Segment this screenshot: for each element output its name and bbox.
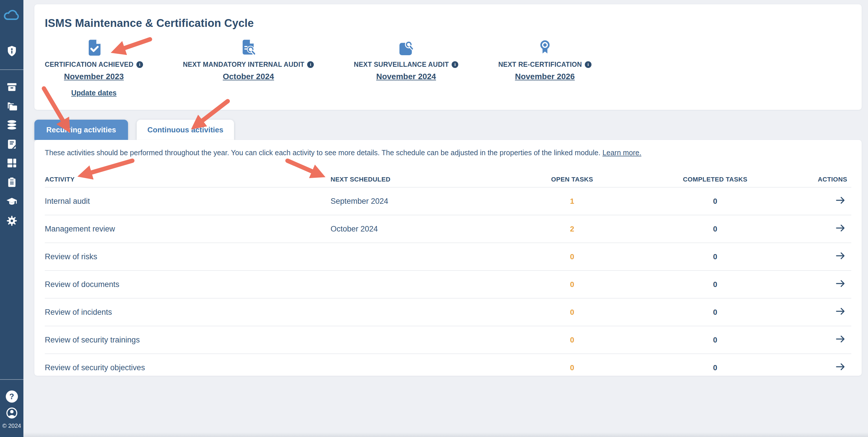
info-icon[interactable]: i: [585, 61, 591, 68]
right-arrow-icon: [836, 196, 845, 205]
completed-tasks-count: 0: [623, 280, 808, 289]
right-arrow-icon: [836, 224, 845, 232]
page-title: ISMS Maintenance & Certification Cycle: [45, 17, 851, 29]
info-icon[interactable]: i: [136, 61, 143, 68]
open-tasks-count: 0: [522, 252, 623, 261]
activity-name[interactable]: Management review: [45, 225, 331, 233]
table-row[interactable]: Review of security trainings 0 0: [45, 326, 851, 353]
table-row[interactable]: Review of security objectives 0 0: [45, 353, 851, 381]
data-stack-icon: [6, 119, 18, 132]
row-action-arrow-button[interactable]: [834, 251, 847, 261]
copyright-text: © 2024: [0, 423, 23, 429]
milestone-date-link[interactable]: November 2024: [376, 72, 436, 81]
milestone-date-link[interactable]: October 2024: [223, 72, 274, 81]
sidebar-item-data[interactable]: [0, 119, 23, 132]
table-row[interactable]: Review of documents 0 0: [45, 270, 851, 298]
table-row[interactable]: Management review October 2024 2 0: [45, 215, 851, 243]
table-body: Internal audit September 2024 1 0 Manage…: [45, 187, 851, 381]
sidebar-item-help[interactable]: ?: [0, 391, 23, 403]
right-arrow-icon: [836, 335, 845, 343]
update-dates-link[interactable]: Update dates: [71, 89, 117, 97]
col-header-completed-tasks: COMPLETED TASKS: [623, 176, 808, 183]
activity-name[interactable]: Review of security objectives: [45, 363, 331, 372]
completed-tasks-count: 0: [623, 197, 808, 206]
right-arrow-icon: [836, 307, 845, 316]
certification-cycle-card: ISMS Maintenance & Certification Cycle C…: [34, 4, 862, 110]
tab-continuous-activities[interactable]: Continuous activities: [137, 120, 234, 140]
row-action-arrow-button[interactable]: [834, 279, 847, 289]
sidebar-item-dashboard[interactable]: [0, 157, 23, 170]
activity-name[interactable]: Review of security trainings: [45, 336, 331, 345]
open-tasks-count: 0: [522, 280, 623, 289]
open-tasks-count: 2: [522, 225, 623, 233]
row-action-arrow-button[interactable]: [834, 307, 847, 316]
dashboard-grid-icon: [6, 157, 18, 170]
milestone-label: NEXT MANDATORY INTERNAL AUDIT: [183, 61, 305, 68]
learn-more-link[interactable]: Learn more.: [602, 149, 642, 157]
milestone-re-certification: NEXT RE-CERTIFICATION i November 2026: [498, 38, 591, 81]
milestone-label: CERTIFICATION ACHIEVED: [45, 61, 133, 68]
journal-icon: [6, 138, 18, 151]
right-arrow-icon: [836, 251, 845, 260]
row-action-arrow-button[interactable]: [834, 335, 847, 344]
folder-search-icon: [399, 38, 413, 56]
milestone-label: NEXT RE-CERTIFICATION: [498, 61, 582, 68]
activity-name[interactable]: Review of risks: [45, 252, 331, 261]
table-row[interactable]: Review of incidents 0 0: [45, 298, 851, 326]
milestone-date-link[interactable]: November 2023: [64, 72, 124, 81]
folders-icon: [6, 100, 18, 113]
col-header-next-scheduled: NEXT SCHEDULED: [331, 176, 522, 183]
col-header-activity: ACTIVITY: [45, 176, 331, 183]
completed-tasks-count: 0: [623, 225, 808, 233]
sidebar-item-security[interactable]: [0, 45, 23, 58]
sidebar: ? © 2024: [0, 0, 23, 437]
shield-info-icon: [6, 45, 18, 58]
recurring-activities-panel: These activities should be performed thr…: [34, 140, 862, 376]
open-tasks-count: 1: [522, 197, 623, 206]
milestone-surveillance-audit: NEXT SURVEILLANCE AUDIT i November 2024: [354, 38, 458, 81]
open-tasks-count: 0: [522, 308, 623, 317]
col-header-actions: ACTIONS: [808, 176, 851, 183]
app-logo[interactable]: [0, 8, 23, 23]
table-header-row: ACTIVITY NEXT SCHEDULED OPEN TASKS COMPL…: [45, 172, 851, 187]
row-action-arrow-button[interactable]: [834, 224, 847, 233]
row-action-arrow-button[interactable]: [834, 196, 847, 206]
table-row[interactable]: Internal audit September 2024 1 0: [45, 187, 851, 215]
gear-icon: [6, 215, 18, 228]
right-arrow-icon: [836, 279, 845, 288]
open-tasks-count: 0: [522, 336, 623, 345]
row-action-arrow-button[interactable]: [834, 363, 847, 372]
clipboard-icon: [6, 177, 18, 189]
table-row[interactable]: Review of risks 0 0: [45, 243, 851, 270]
sidebar-item-training[interactable]: [0, 196, 23, 208]
sidebar-item-settings[interactable]: [0, 215, 23, 228]
completed-tasks-count: 0: [623, 252, 808, 261]
milestone-certification-achieved: CERTIFICATION ACHIEVED i November 2023 U…: [45, 38, 143, 97]
milestone-label: NEXT SURVEILLANCE AUDIT: [354, 61, 449, 68]
storage-box-icon: [6, 81, 18, 94]
bottom-shadow: [23, 432, 868, 437]
col-header-open-tasks: OPEN TASKS: [522, 176, 623, 183]
cloud-logo-icon: [3, 8, 21, 23]
sidebar-item-journal[interactable]: [0, 138, 23, 151]
milestone-date-link[interactable]: November 2026: [515, 72, 575, 81]
milestones-row: CERTIFICATION ACHIEVED i November 2023 U…: [45, 38, 851, 97]
activity-name[interactable]: Review of incidents: [45, 308, 331, 317]
sidebar-item-tasks[interactable]: [0, 177, 23, 189]
completed-tasks-count: 0: [623, 336, 808, 345]
description-text: These activities should be performed thr…: [45, 149, 600, 157]
sidebar-divider-bottom: [0, 379, 23, 380]
graduation-cap-icon: [6, 196, 18, 208]
activity-name[interactable]: Review of documents: [45, 280, 331, 289]
sidebar-item-documents[interactable]: [0, 100, 23, 113]
sidebar-item-storage[interactable]: [0, 81, 23, 94]
activity-name[interactable]: Internal audit: [45, 197, 331, 206]
sidebar-item-account[interactable]: [0, 407, 23, 420]
right-arrow-icon: [836, 363, 845, 371]
open-tasks-count: 0: [522, 363, 623, 372]
next-scheduled-value: September 2024: [331, 197, 522, 206]
info-icon[interactable]: i: [307, 61, 314, 68]
tab-recurring-activities[interactable]: Recurring activities: [34, 120, 128, 140]
document-search-icon: [241, 38, 256, 56]
info-icon[interactable]: i: [452, 61, 458, 68]
